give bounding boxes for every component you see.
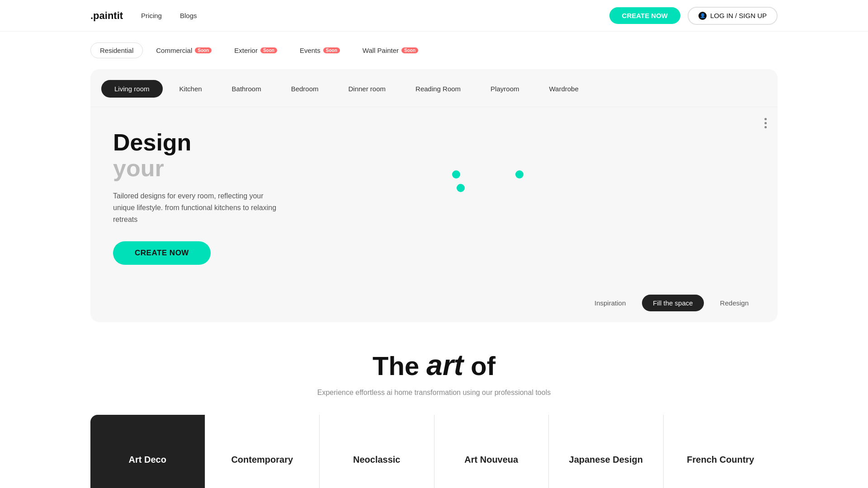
- dot-menu-3: [764, 126, 767, 128]
- style-card-art-nouveua[interactable]: Art Nouveua: [434, 415, 549, 488]
- exterior-soon-badge: Soon: [260, 47, 277, 53]
- hero-title-word2: your: [113, 155, 164, 181]
- logo: .paintit: [90, 10, 123, 22]
- dot-menu-2: [764, 122, 767, 124]
- style-card-japanese-design[interactable]: Japanese Design: [549, 415, 664, 488]
- room-tab-playroom-label: Playroom: [491, 85, 519, 93]
- style-card-art-nouveua-label: Art Nouveua: [464, 455, 518, 465]
- mode-inspiration[interactable]: Inspiration: [584, 295, 637, 311]
- tab-residential-label: Residential: [100, 47, 133, 54]
- top-tab-bar: Residential Commercial Soon Exterior Soo…: [0, 42, 868, 58]
- room-tab-living-room[interactable]: Living room: [101, 80, 163, 98]
- mode-redesign[interactable]: Redesign: [709, 295, 760, 311]
- navbar-right: CREATE NOW 👤 LOG IN / SIGN UP: [609, 7, 778, 25]
- art-title: The art of: [90, 349, 778, 381]
- hero-content: Design your Tailored designs for every r…: [90, 107, 778, 287]
- hero-left: Design your Tailored designs for every r…: [90, 107, 316, 287]
- style-card-neoclassic[interactable]: Neoclassic: [320, 415, 434, 488]
- style-card-contemporary-label: Contemporary: [231, 455, 293, 465]
- room-tab-reading-room[interactable]: Reading Room: [402, 80, 474, 98]
- room-tab-wardrobe[interactable]: Wardrobe: [536, 80, 591, 98]
- create-now-button-hero[interactable]: CREATE NOW: [113, 241, 211, 265]
- art-title-the: The: [373, 351, 419, 380]
- mode-fill-space[interactable]: Fill the space: [642, 295, 703, 311]
- style-card-contemporary[interactable]: Contemporary: [205, 415, 320, 488]
- teal-dot-3: [515, 170, 524, 178]
- logo-text: .paintit: [90, 10, 123, 22]
- hero-title: Design your: [113, 130, 294, 181]
- hero-title-word1: Design: [113, 129, 191, 155]
- design-modes: Inspiration Fill the space Redesign: [90, 287, 778, 322]
- room-tab-dinner-room[interactable]: Dinner room: [335, 80, 399, 98]
- room-tab-bedroom-label: Bedroom: [291, 85, 319, 93]
- room-tab-dinner-room-label: Dinner room: [349, 85, 386, 93]
- tab-events-label: Events: [300, 47, 321, 54]
- room-tab-bathroom[interactable]: Bathroom: [219, 80, 274, 98]
- navbar-left: .paintit Pricing Blogs: [90, 10, 197, 22]
- events-soon-badge: Soon: [323, 47, 340, 53]
- blogs-link[interactable]: Blogs: [180, 12, 197, 19]
- room-tab-wardrobe-label: Wardrobe: [549, 85, 578, 93]
- room-tab-reading-room-label: Reading Room: [415, 85, 461, 93]
- pricing-link[interactable]: Pricing: [141, 12, 162, 19]
- art-subtitle: Experience effortless ai home transforma…: [90, 389, 778, 397]
- hero-description: Tailored designs for every room, reflect…: [113, 190, 285, 225]
- dots-menu[interactable]: [764, 118, 767, 128]
- login-button[interactable]: 👤 LOG IN / SIGN UP: [688, 7, 778, 25]
- room-tab-bedroom[interactable]: Bedroom: [278, 80, 332, 98]
- teal-dot-2: [457, 184, 465, 192]
- tab-wall-painter-label: Wall Painter: [363, 47, 399, 54]
- commercial-soon-badge: Soon: [195, 47, 212, 53]
- style-card-art-deco[interactable]: Art Deco: [90, 415, 205, 488]
- room-tab-playroom[interactable]: Playroom: [477, 80, 532, 98]
- room-tabs: Living room Kitchen Bathroom Bedroom Din…: [90, 69, 778, 107]
- create-now-button-nav[interactable]: CREATE NOW: [609, 7, 680, 24]
- tab-residential[interactable]: Residential: [90, 42, 143, 58]
- style-card-french-country-label: French Country: [687, 455, 754, 465]
- style-cards: Art Deco Contemporary Neoclassic Art Nou…: [90, 415, 778, 488]
- art-title-of: of: [471, 351, 495, 380]
- tab-wall-painter[interactable]: Wall Painter Soon: [353, 42, 428, 58]
- style-card-french-country[interactable]: French Country: [664, 415, 778, 488]
- user-icon: 👤: [698, 12, 707, 20]
- art-title-art: art: [426, 349, 463, 381]
- navbar: .paintit Pricing Blogs CREATE NOW 👤 LOG …: [0, 0, 868, 32]
- tab-commercial[interactable]: Commercial Soon: [146, 42, 221, 58]
- tab-exterior[interactable]: Exterior Soon: [225, 42, 287, 58]
- login-label: LOG IN / SIGN UP: [710, 12, 767, 19]
- style-card-neoclassic-label: Neoclassic: [353, 455, 401, 465]
- dot-menu-1: [764, 118, 767, 120]
- room-tab-kitchen-label: Kitchen: [179, 85, 202, 93]
- main-section: Living room Kitchen Bathroom Bedroom Din…: [90, 69, 778, 322]
- tab-events[interactable]: Events Soon: [290, 42, 349, 58]
- room-tab-kitchen[interactable]: Kitchen: [166, 80, 215, 98]
- teal-dot-1: [452, 170, 460, 178]
- style-card-art-deco-label: Art Deco: [129, 455, 166, 465]
- room-tab-bathroom-label: Bathroom: [232, 85, 261, 93]
- tab-exterior-label: Exterior: [234, 47, 258, 54]
- style-card-japanese-design-label: Japanese Design: [569, 455, 643, 465]
- wall-painter-soon-badge: Soon: [401, 47, 418, 53]
- hero-right: [316, 107, 778, 287]
- tab-commercial-label: Commercial: [156, 47, 192, 54]
- room-tab-living-room-label: Living room: [114, 85, 150, 93]
- art-section: The art of Experience effortless ai home…: [90, 349, 778, 396]
